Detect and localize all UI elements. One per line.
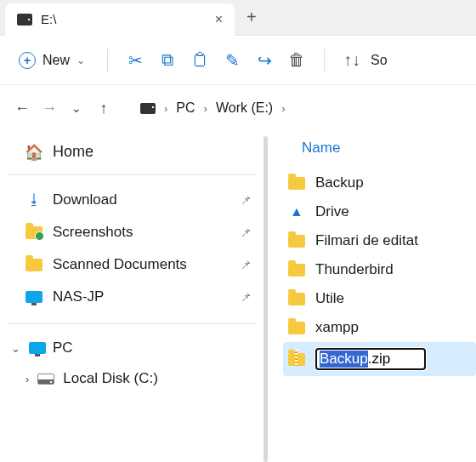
copy-icon[interactable]: ⧉ — [154, 50, 181, 70]
chevron-right-icon: › — [281, 102, 285, 115]
new-tab-button[interactable]: + — [235, 8, 269, 27]
cloud-drive-icon: ▲ — [288, 203, 305, 220]
sidebar-item-label: Scanned Documents — [53, 256, 187, 273]
sidebar-item-nas[interactable]: NAS-JP 📌︎ — [0, 281, 264, 313]
pane-divider[interactable] — [264, 136, 268, 462]
new-button[interactable]: + New ⌄ — [10, 47, 94, 74]
sort-icon[interactable]: ↑↓ — [338, 50, 366, 70]
main-area: 🏠 Home ⭳ Download 📌︎ Screenshots 📌︎ Scan… — [0, 131, 476, 462]
chevron-right-icon[interactable]: › — [26, 373, 29, 385]
home-icon: 🏠 — [26, 144, 42, 161]
chevron-right-icon: › — [204, 102, 207, 115]
sidebar-item-download[interactable]: ⭳ Download 📌︎ — [0, 184, 264, 216]
file-row-folder[interactable]: Utile — [283, 284, 476, 313]
plus-circle-icon: + — [19, 52, 36, 69]
pin-icon: 📌︎ — [240, 258, 252, 271]
sidebar-item-label: Download — [53, 191, 117, 208]
breadcrumb-drive[interactable]: Work (E:) — [216, 100, 273, 116]
pc-icon — [29, 342, 46, 354]
drive-icon — [17, 14, 32, 26]
folder-icon — [288, 264, 305, 277]
file-name: Utile — [315, 290, 344, 307]
file-name: Backup — [315, 174, 364, 191]
delete-icon[interactable]: 🗑︎ — [283, 50, 310, 70]
recent-dropdown[interactable]: ⌄ — [65, 101, 88, 115]
file-name: xampp — [315, 319, 359, 336]
drive-icon — [37, 374, 54, 385]
download-icon: ⭳ — [26, 191, 42, 208]
file-row-folder[interactable]: Thunderbird — [283, 255, 476, 284]
sidebar: 🏠 Home ⭳ Download 📌︎ Screenshots 📌︎ Scan… — [0, 131, 264, 462]
folder-icon — [288, 177, 305, 190]
folder-icon — [288, 235, 305, 248]
file-name: Drive — [315, 203, 349, 220]
sidebar-local-disk[interactable]: › Local Disk (C:) — [0, 363, 264, 394]
sidebar-item-screenshots[interactable]: Screenshots 📌︎ — [0, 216, 264, 248]
tab-title: E:\ — [41, 12, 56, 26]
share-icon[interactable]: ↪ — [251, 50, 278, 71]
folder-icon — [26, 259, 42, 271]
folder-icon — [26, 226, 42, 239]
sidebar-item-scanned-documents[interactable]: Scanned Documents 📌︎ — [0, 248, 264, 281]
rename-input[interactable] — [315, 348, 426, 370]
chevron-right-icon: › — [164, 102, 167, 115]
rename-icon[interactable]: ✎ — [218, 50, 246, 71]
zip-icon — [288, 353, 305, 366]
sidebar-pc[interactable]: ⌄ PC — [0, 333, 264, 363]
back-button[interactable]: ← — [10, 100, 34, 117]
pin-icon: 📌︎ — [240, 225, 252, 239]
file-row-zip-renaming[interactable] — [283, 342, 476, 376]
sidebar-item-label: Screenshots — [53, 224, 133, 241]
file-row-drive[interactable]: ▲ Drive — [283, 197, 476, 226]
up-button[interactable]: ↑ — [92, 100, 116, 117]
close-icon[interactable]: × — [215, 12, 223, 27]
new-button-label: New — [42, 53, 70, 68]
rename-input-wrapper[interactable] — [315, 348, 426, 370]
sidebar-home[interactable]: 🏠 Home — [0, 136, 264, 173]
monitor-icon — [26, 291, 42, 303]
sidebar-home-label: Home — [53, 143, 94, 161]
drive-icon — [140, 103, 156, 114]
pin-icon: 📌︎ — [240, 193, 252, 207]
breadcrumb-pc[interactable]: PC — [176, 100, 195, 116]
forward-button[interactable]: → — [37, 100, 61, 117]
tab-bar: E:\ × + — [0, 0, 476, 36]
breadcrumb[interactable]: › PC › Work (E:) › — [134, 96, 466, 120]
sort-label: So — [371, 53, 388, 68]
separator — [107, 48, 108, 72]
folder-icon — [288, 322, 305, 334]
pin-icon: 📌︎ — [240, 290, 252, 304]
file-row-folder[interactable]: Backup — [283, 168, 476, 197]
sidebar-local-disk-label: Local Disk (C:) — [63, 370, 157, 387]
sidebar-pc-label: PC — [53, 339, 73, 356]
chevron-down-icon[interactable]: ⌄ — [8, 342, 22, 355]
chevron-down-icon: ⌄ — [76, 54, 85, 66]
folder-icon — [288, 293, 305, 305]
file-row-folder[interactable]: Filmari de editat — [283, 226, 476, 255]
toolbar: + New ⌄ ✂ ⧉ 📋︎ ✎ ↪ 🗑︎ ↑↓ So — [0, 36, 476, 85]
column-header-name[interactable]: Name — [283, 136, 476, 168]
tab-active[interactable]: E:\ × — [5, 3, 235, 36]
file-name: Thunderbird — [315, 261, 394, 278]
file-row-folder[interactable]: xampp — [283, 313, 476, 342]
file-list-pane: Name Backup ▲ Drive Filmari de editat Th… — [275, 131, 476, 462]
separator — [324, 48, 325, 72]
nav-row: ← → ⌄ ↑ › PC › Work (E:) › — [0, 85, 476, 131]
separator — [8, 174, 255, 175]
paste-icon[interactable]: 📋︎ — [186, 50, 213, 70]
separator — [8, 323, 255, 324]
file-name: Filmari de editat — [315, 232, 418, 249]
cut-icon[interactable]: ✂ — [122, 50, 149, 71]
sidebar-item-label: NAS-JP — [53, 288, 104, 305]
